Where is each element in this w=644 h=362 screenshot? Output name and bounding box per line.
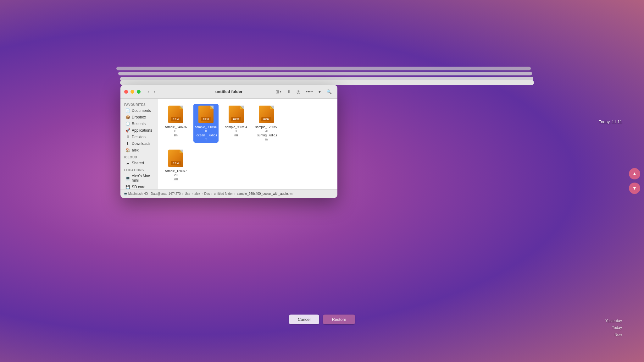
- rpm-icon-3: RPM: [228, 105, 244, 124]
- sidebar-item-mac-mini[interactable]: 💻 Alex's Mac mini: [122, 173, 157, 184]
- sidebar-item-shared[interactable]: ☁ Shared: [122, 160, 157, 166]
- sidebar-documents-label: Documents: [132, 108, 151, 113]
- file-item-3[interactable]: RPM sample_960x540.rm: [224, 104, 249, 143]
- action-button[interactable]: ••• ▾: [304, 88, 315, 96]
- file-name-1: sample_640x360.rm: [164, 125, 187, 137]
- file-name-2: sample_960x400_ocean_...udio.rm: [195, 125, 217, 141]
- stacked-window-0: [120, 80, 534, 85]
- sidebar-downloads-label: Downloads: [132, 141, 150, 146]
- rpm-badge-2: RPM: [201, 117, 211, 121]
- stacked-window-3: [116, 67, 531, 70]
- sidebar-item-dropbox[interactable]: 📦 Dropbox: [122, 114, 157, 120]
- sidebar: Favourites 📄 Documents 📦 Dropbox 🕐 Recen…: [120, 99, 158, 189]
- grid-dropdown-icon: ▾: [280, 90, 281, 93]
- rpm-icon-2: RPM: [198, 105, 214, 124]
- sidebar-alex-label: alex: [132, 148, 139, 152]
- sidebar-item-alex[interactable]: 🏠 alex: [122, 147, 157, 153]
- shared-icon: ☁: [125, 161, 130, 165]
- tag-button[interactable]: ◎: [295, 88, 302, 96]
- time-machine-timeline: Yesterday Today Now: [605, 319, 622, 337]
- nav-buttons: ‹ ›: [146, 88, 157, 96]
- sidebar-item-recents[interactable]: 🕐 Recents: [122, 121, 157, 127]
- file-item-4[interactable]: RPM sample_1280x720_surfing...udio.rm: [254, 104, 279, 143]
- favourites-header: Favourites: [120, 101, 158, 107]
- action-dropdown-icon: ▾: [311, 90, 313, 93]
- sidebar-sd-card-label: SD card: [132, 185, 145, 189]
- rpm-badge-1: RPM: [171, 117, 180, 121]
- sidebar-recents-label: Recents: [132, 122, 146, 126]
- sidebar-mac-mini-label: Alex's Mac mini: [132, 174, 153, 183]
- window-body: Favourites 📄 Documents 📦 Dropbox 🕐 Recen…: [120, 99, 337, 189]
- icloud-header: iCloud: [120, 154, 158, 160]
- file-name-5: sample_1280x720.rm: [164, 169, 187, 181]
- sidebar-item-documents[interactable]: 📄 Documents: [122, 107, 157, 114]
- file-name-4: sample_1280x720_surfing...udio.rm: [255, 125, 278, 141]
- locations-header: Locations: [120, 167, 158, 173]
- applications-icon: 🚀: [125, 128, 130, 133]
- file-item-5[interactable]: RPM sample_1280x720.rm: [163, 148, 188, 183]
- finder-window: ‹ › untitled folder ⊞ ▾ ⬆ ◎ ••• ▾ ▾ �: [120, 85, 337, 198]
- down-arrow-icon: ▼: [632, 185, 637, 191]
- close-button[interactable]: [124, 90, 128, 94]
- zoom-button[interactable]: [137, 90, 141, 94]
- sidebar-item-desktop[interactable]: 🖥 Desktop: [122, 134, 157, 140]
- sidebar-item-sd-card[interactable]: 💾 SD card: [122, 184, 157, 189]
- view-grid-button[interactable]: ⊞ ▾: [274, 88, 283, 96]
- time-machine-up-button[interactable]: ▲: [629, 168, 640, 179]
- mac-mini-icon: 💻: [125, 176, 130, 180]
- search-button[interactable]: 🔍: [325, 88, 334, 96]
- documents-icon: 📄: [125, 108, 130, 113]
- rpm-icon-4: RPM: [258, 105, 275, 124]
- back-button[interactable]: ‹: [146, 88, 151, 96]
- sidebar-desktop-label: Desktop: [132, 135, 146, 139]
- timeline-now: Now: [614, 332, 622, 337]
- file-item-2[interactable]: RPM sample_960x400_ocean_...udio.rm: [193, 104, 219, 143]
- file-item-1[interactable]: RPM sample_640x360.rm: [163, 104, 188, 143]
- forward-button[interactable]: ›: [152, 88, 158, 96]
- grid-icon: ⊞: [275, 89, 279, 94]
- dropbox-icon: 📦: [125, 115, 130, 119]
- desktop-icon: 🖥: [125, 135, 130, 139]
- traffic-lights: [124, 90, 141, 94]
- file-grid: RPM sample_640x360.rm RPM sample_960x400…: [163, 104, 332, 183]
- home-icon: 🏠: [125, 148, 130, 152]
- time-machine-timestamp: Today, 11:11: [599, 119, 622, 124]
- tag-icon: ◎: [297, 89, 300, 94]
- window-title: untitled folder: [215, 89, 243, 94]
- more-icon: •••: [306, 89, 311, 94]
- rpm-badge-4: RPM: [261, 117, 271, 121]
- sd-card-icon: 💾: [125, 185, 130, 189]
- sort-dropdown-icon: ▾: [319, 89, 321, 94]
- sidebar-dropbox-label: Dropbox: [132, 115, 146, 119]
- minimize-button[interactable]: [130, 90, 134, 94]
- sort-button[interactable]: ▾: [317, 88, 323, 96]
- content-area[interactable]: RPM sample_640x360.rm RPM sample_960x400…: [158, 99, 337, 189]
- rpm-icon-1: RPM: [168, 105, 184, 124]
- rpm-badge-3: RPM: [231, 117, 241, 121]
- status-bar: 💻 Macintosh HD - Data@snap-1474270 › Use…: [120, 189, 337, 198]
- share-icon: ⬆: [287, 89, 291, 94]
- up-arrow-icon: ▲: [632, 171, 637, 177]
- file-name-3: sample_960x540.rm: [225, 125, 247, 137]
- sidebar-item-applications[interactable]: 🚀 Applications: [122, 127, 157, 134]
- share-button[interactable]: ⬆: [285, 88, 293, 96]
- timeline-yesterday: Yesterday: [605, 319, 622, 323]
- sidebar-shared-label: Shared: [132, 161, 144, 165]
- dialog-buttons: Cancel Restore: [289, 315, 355, 324]
- rpm-icon-5: RPM: [168, 149, 184, 168]
- stacked-window-2: [118, 72, 532, 75]
- current-time-label: Today, 11:11: [599, 119, 622, 124]
- breadcrumb: 💻 Macintosh HD - Data@snap-1474270 › Use…: [124, 192, 292, 195]
- time-machine-down-button[interactable]: ▼: [629, 183, 640, 194]
- timeline-today: Today: [612, 326, 622, 330]
- toolbar-right: ⊞ ▾ ⬆ ◎ ••• ▾ ▾ 🔍: [274, 88, 334, 96]
- time-machine-sidebar: ▲ ▼: [625, 0, 644, 362]
- sidebar-item-downloads[interactable]: ⬇ Downloads: [122, 140, 157, 147]
- restore-button[interactable]: Restore: [323, 315, 355, 324]
- recents-icon: 🕐: [125, 122, 130, 126]
- titlebar: ‹ › untitled folder ⊞ ▾ ⬆ ◎ ••• ▾ ▾ �: [120, 85, 337, 99]
- downloads-icon: ⬇: [125, 141, 130, 146]
- cancel-button[interactable]: Cancel: [289, 315, 319, 324]
- rpm-badge-5: RPM: [171, 161, 180, 165]
- sidebar-applications-label: Applications: [132, 128, 152, 133]
